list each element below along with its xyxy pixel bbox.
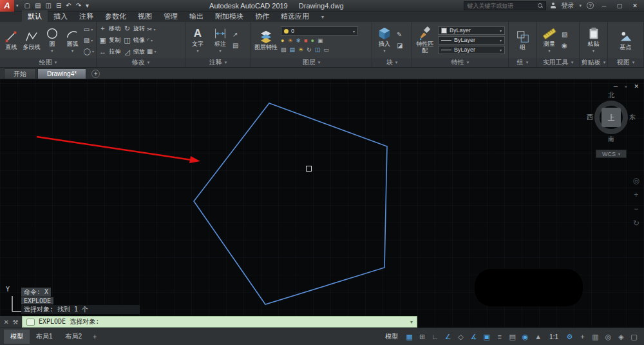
cmd-close-icon[interactable]: ✕ xyxy=(4,319,9,326)
layer-freeze-icon[interactable]: ❄ xyxy=(296,37,301,44)
tool-group[interactable]: 组 xyxy=(513,30,533,50)
tool-text[interactable]: A 文字 ▾ xyxy=(187,26,208,54)
panel-title-groups[interactable]: 组▾ xyxy=(509,58,536,67)
tab-addins[interactable]: 附加模块 xyxy=(209,10,249,22)
tool-trim[interactable]: ✂▾ xyxy=(147,25,156,34)
tool-block-edit[interactable]: ✎ xyxy=(397,30,402,39)
tool-hatch[interactable]: ▨▾ xyxy=(84,35,94,45)
tool-line[interactable]: 直线 xyxy=(2,30,21,50)
osnap-tracking-toggle[interactable]: ∡ xyxy=(468,331,480,342)
quick-properties-toggle[interactable]: ▥ xyxy=(589,331,601,342)
minimize-button[interactable]: ─ xyxy=(599,3,609,9)
tool-rectangle[interactable]: ▭▾ xyxy=(84,25,94,34)
lineweight-select[interactable]: ByLayer ▾ xyxy=(438,46,505,54)
panel-title-clipboard[interactable]: 剪贴板▾ xyxy=(580,58,607,67)
tab-featured-apps[interactable]: 精选应用 xyxy=(275,10,315,22)
polar-tracking-toggle[interactable]: ∠ xyxy=(442,331,454,342)
viewcube-ring[interactable]: 上 xyxy=(594,101,628,134)
tab-view[interactable]: 视图 xyxy=(132,10,158,22)
file-tab-start[interactable]: 开始 xyxy=(4,68,36,79)
tool-rotate[interactable]: ↻旋转 xyxy=(123,23,145,34)
tab-home[interactable]: 默认 xyxy=(22,10,48,22)
model-space-label[interactable]: 模型 xyxy=(381,332,402,341)
pentagon-shape[interactable] xyxy=(194,103,387,304)
tool-paste[interactable]: 粘贴 ▾ xyxy=(583,26,604,54)
file-tab-drawing4[interactable]: Drawing4* xyxy=(37,68,86,79)
tool-block-attributes[interactable]: ◪ xyxy=(397,41,402,50)
layer-merge-icon[interactable]: ◫ xyxy=(315,46,321,54)
isometric-drafting-toggle[interactable]: ◇ xyxy=(455,331,467,342)
vp-maximize-icon[interactable]: ▫ xyxy=(625,83,627,90)
vp-close-icon[interactable]: ✕ xyxy=(634,83,639,90)
tool-measure[interactable]: 测量 ▾ xyxy=(539,26,560,54)
layer-state-icon[interactable]: ▤ xyxy=(290,46,296,54)
drawing-canvas[interactable]: Y ─ ▫ ✕ 北 西 上 东 南 WCS ▾ ◎ + − xyxy=(0,79,644,328)
login-button[interactable]: 登录 xyxy=(561,1,574,10)
tool-mirror[interactable]: ◫镜像 xyxy=(123,35,145,46)
nav-orbit-icon[interactable]: ↻ xyxy=(633,219,639,228)
search-box[interactable] xyxy=(464,1,546,10)
panel-title-annotate[interactable]: 注释▾ xyxy=(185,58,251,67)
lineweight-toggle[interactable]: ≡ xyxy=(493,331,506,342)
panel-title-modify[interactable]: 修改▾ xyxy=(97,58,185,67)
help-icon[interactable]: ? xyxy=(587,2,594,9)
tool-layer-properties[interactable]: 图层特性 xyxy=(253,30,279,50)
new-layout-button[interactable]: + xyxy=(88,331,101,343)
panel-title-block[interactable]: 块▾ xyxy=(372,58,412,67)
new-drawing-button[interactable]: + xyxy=(91,70,100,78)
redo-icon[interactable]: ↷ xyxy=(76,2,81,9)
layer-isolate-icon[interactable]: ● xyxy=(311,37,314,44)
clean-screen-toggle[interactable]: ▢ xyxy=(628,331,640,342)
tool-insert-block[interactable]: 插入 ▾ xyxy=(374,26,395,54)
annotation-scale[interactable]: 1:1 xyxy=(545,333,563,340)
tool-leader[interactable]: ↗ xyxy=(232,30,238,39)
app-menu-caret-icon[interactable]: ▾ xyxy=(14,3,21,8)
tool-table[interactable]: ▤ xyxy=(232,41,238,50)
workspace-switching[interactable]: ⚙ xyxy=(564,331,576,342)
tool-point-style[interactable]: ◉ xyxy=(562,41,567,50)
tool-dimension[interactable]: 标注 ▾ xyxy=(210,26,231,54)
layout-tab-model[interactable]: 模型 xyxy=(4,330,30,344)
tool-polyline[interactable]: 多段线 xyxy=(23,30,41,50)
snap-mode-toggle[interactable]: ⊞ xyxy=(416,331,428,342)
grid-toggle[interactable]: ▦ xyxy=(403,331,415,342)
save-file-icon[interactable]: ◫ xyxy=(45,2,51,9)
viewcube-east[interactable]: 东 xyxy=(629,113,636,122)
panel-title-properties[interactable]: 特性▾ xyxy=(412,58,508,67)
layer-walk-icon[interactable]: ▨ xyxy=(281,46,287,54)
linetype-select[interactable]: ByLayer ▾ xyxy=(438,36,505,44)
nav-pan-icon[interactable]: + xyxy=(633,190,639,199)
tool-fillet[interactable]: ◜▾ xyxy=(147,35,156,45)
selection-cycling-toggle[interactable]: ▤ xyxy=(506,331,518,342)
viewcube-west[interactable]: 西 xyxy=(587,113,593,122)
user-icon[interactable] xyxy=(550,3,556,8)
object-color-select[interactable]: ByLayer ▾ xyxy=(438,26,505,35)
viewcube-north[interactable]: 北 xyxy=(586,91,636,100)
cmd-customize-icon[interactable]: ⚒ xyxy=(12,319,18,326)
layer-bulb-icon[interactable]: ● xyxy=(281,37,284,44)
new-file-icon[interactable]: ▢ xyxy=(24,2,30,9)
layer-select[interactable]: 0 ▾ xyxy=(281,26,358,35)
viewcube-south[interactable]: 南 xyxy=(586,135,636,144)
autoscale-toggle[interactable]: ▲ xyxy=(532,331,544,342)
command-input[interactable]: EXPLODE 选择对象: ▾ xyxy=(22,316,417,328)
tool-ellipse[interactable]: ◯▾ xyxy=(84,46,94,56)
viewcube-top-face[interactable]: 上 xyxy=(601,108,621,127)
layer-lock-icon[interactable]: ■ xyxy=(304,37,307,44)
tool-base-point[interactable]: 基点 xyxy=(616,30,636,50)
app-logo[interactable]: A xyxy=(0,0,14,12)
nav-wheel-icon[interactable]: ◎ xyxy=(633,176,639,185)
search-icon[interactable] xyxy=(538,3,543,8)
panel-title-view[interactable]: 视图▾ xyxy=(608,58,643,67)
tab-output[interactable]: 输出 xyxy=(184,10,209,22)
panel-title-draw[interactable]: 绘图▾ xyxy=(0,58,96,67)
search-input[interactable] xyxy=(467,3,538,9)
vp-minimize-icon[interactable]: ─ xyxy=(614,83,618,90)
tool-copy[interactable]: ▣复制 xyxy=(99,35,120,46)
layout-tab-layout1[interactable]: 布局1 xyxy=(30,330,59,344)
plot-icon[interactable]: ⊟ xyxy=(56,2,61,9)
layer-delete-icon[interactable]: ▭ xyxy=(323,46,329,54)
tool-match-properties[interactable]: 特性匹配 xyxy=(414,26,436,54)
tab-manage[interactable]: 管理 xyxy=(158,10,184,22)
tool-scale[interactable]: ◿缩放 xyxy=(123,46,145,57)
